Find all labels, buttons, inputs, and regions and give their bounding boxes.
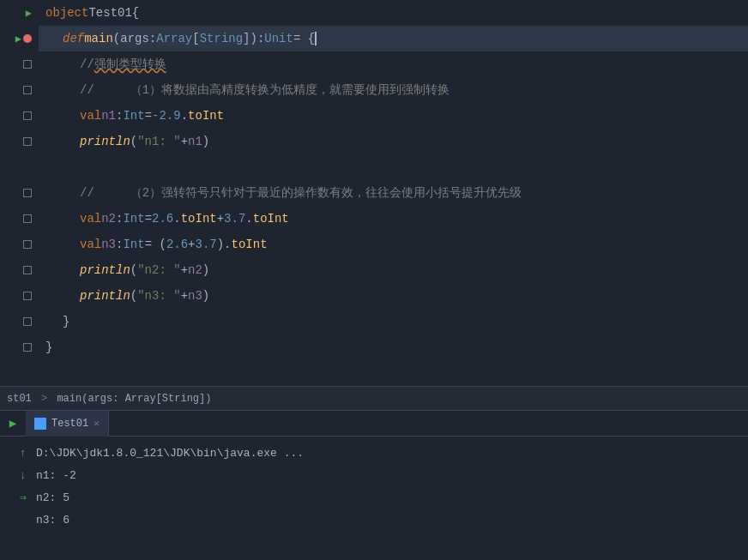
token-kw-punct: = [145,109,152,123]
token-kw-punct: + [217,212,224,226]
tab-file-icon [34,418,46,430]
token-kw-string: "n1: " [137,135,180,148]
output-tabs-bar: ▶ Test01 ✕ [0,411,748,437]
up-arrow-icon: ↑ [14,447,33,460]
token-kw-punct: ) [202,263,209,277]
token-kw-punct: = ( [145,238,166,251]
text-cursor [315,32,317,45]
token-kw-method: toInt [188,109,224,123]
gutter-10 [0,232,39,257]
token-kw-println: println [80,135,130,148]
breakpoint-square [23,60,32,69]
token-kw-punct: ( [130,135,137,148]
code-line-7 [39,154,748,180]
token-kw-string: "n3: " [137,289,180,303]
code-line-14: } [39,334,748,360]
token-kw-method: toInt [232,238,268,251]
token-kw-type: String [200,32,243,45]
gutter-12 [0,283,39,309]
token-kw-punct: : [149,32,156,45]
breakpoint-square [23,240,32,249]
token-kw-number: 3.7 [196,238,217,251]
code-line-3: // 强制类型转换 [39,51,748,77]
token-kw-n1: n2 [188,263,202,277]
token-kw-punct: ] [243,32,250,45]
token-kw-brace: } [63,315,69,328]
token-kw-println: println [80,289,130,303]
token-kw-type: Int [123,212,144,226]
run-icon[interactable]: ▶ [0,416,26,431]
token-kw-brace: } [45,340,52,354]
down-arrow-icon: ↓ [14,469,33,482]
token-kw-type: Int [123,238,144,251]
token-kw-unit: Unit [264,32,293,45]
gutter-5 [0,103,39,129]
token-kw-brace: { [132,6,139,20]
code-line-12: println("n3: " + n3) [39,283,748,309]
token-kw-classname: Test01 [88,6,131,20]
token-kw-val: val [80,238,101,251]
token-kw-object: object [45,6,88,20]
output-n1: n1: -2 [36,469,76,482]
tab-close-button[interactable]: ✕ [94,418,100,429]
token-kw-punct: ( [113,32,120,45]
token-kw-n1: n2 [101,212,116,226]
breakpoint-square [23,137,32,146]
token-kw-n1: n3 [188,289,202,303]
gutter-6 [0,129,39,154]
breakpoint-square [23,111,32,120]
token-kw-type: Int [123,109,144,123]
breakpoint-square [23,214,32,223]
token-kw-comment: // [80,57,94,71]
token-kw-punct: + [181,289,188,303]
token-kw-val: val [80,212,101,226]
breadcrumb-file: st01 [7,393,32,405]
output-area: ↑ D:\JDK\jdk1.8.0_121\JDK\bin\java.exe .… [0,437,748,531]
code-line-11: println("n2: " + n2) [39,257,748,283]
gutter-9 [0,206,39,232]
gutter-13 [0,309,39,334]
token-kw-number: 3.7 [224,212,245,226]
token-kw-def: main [84,32,113,45]
token-kw-punct: . [181,109,188,123]
breakpoint-square [23,317,32,326]
token-kw-param: args [120,32,149,45]
output-command-line: ↑ D:\JDK\jdk1.8.0_121\JDK\bin\java.exe .… [7,442,748,464]
code-line-2: ▶def main(args: Array[String]): Unit = { [39,26,748,51]
gutter-8 [0,180,39,206]
code-editor[interactable]: ▶object Test01 {▶def main(args: Array[St… [0,0,748,386]
breakpoint-square [23,292,32,300]
code-line-1: ▶object Test01 { [39,0,748,26]
tab-label: Test01 [51,418,88,430]
breadcrumb: st01 > main(args: Array[String]) [0,387,748,411]
gutter-run-arrow-icon: ▶ [15,33,21,45]
token-kw-punct: = { [293,32,315,45]
output-line-n1: ↓ n1: -2 [7,464,748,486]
tab-test01[interactable]: Test01 ✕ [26,411,109,437]
gutter-11 [0,257,39,283]
code-line-8: // （2）强转符号只针对于最近的操作数有效，往往会使用小括号提升优先级 [39,180,748,206]
token-kw-punct: : [116,109,123,123]
breakpoint-square [23,86,32,94]
code-line-10: val n3: Int = (2.6 + 3.7).toInt [39,232,748,257]
breakpoint-square [23,189,32,197]
token-kw-comment: // （1）将数据由高精度转换为低精度，就需要使用到强制转换 [80,82,449,98]
token-kw-type: Array [156,32,192,45]
token-kw-punct: . [245,212,252,226]
token-kw-comment-cn: 强制类型转换 [94,57,166,72]
token-kw-string: "n2: " [137,263,180,277]
breadcrumb-method: main(args: Array[String]) [57,393,211,405]
token-kw-method: toInt [181,212,217,226]
code-line-6: println("n1: " + n1) [39,129,748,154]
token-kw-punct: ( [130,289,137,303]
token-kw-punct: + [181,135,188,148]
token-kw-punct: ) [202,289,209,303]
token-kw-number: 2.6 [166,238,188,251]
token-kw-punct: ) [202,135,209,148]
gutter-14 [0,334,39,360]
output-line-n3: n3: 6 [7,509,748,531]
gutter-4 [0,77,39,103]
code-line-13: } [39,309,748,334]
token-kw-punct: [ [192,32,199,45]
return-arrow-icon: ⇒ [14,491,33,504]
